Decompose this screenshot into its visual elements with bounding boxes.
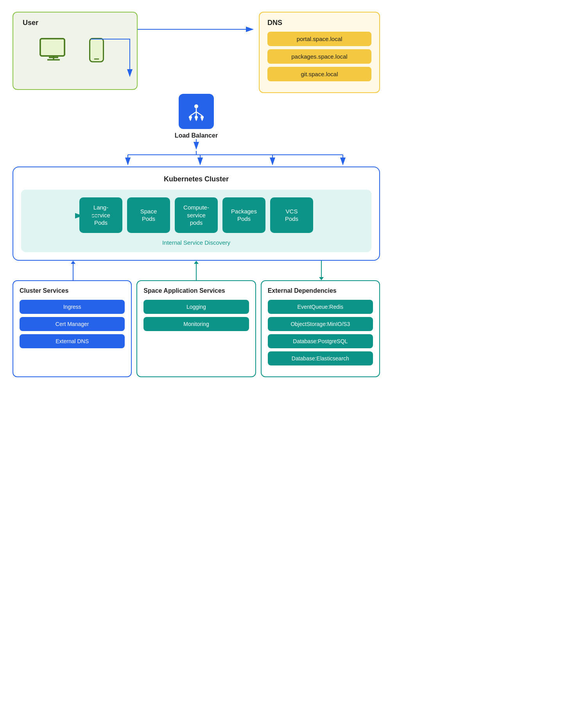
sa-logging: Logging xyxy=(143,300,249,314)
bottom-row: Cluster Services Ingress Cert Manager Ex… xyxy=(13,280,380,377)
space-app-title: Space Application Services xyxy=(143,287,249,294)
svg-marker-18 xyxy=(189,119,192,121)
svg-point-17 xyxy=(201,116,204,119)
svg-line-12 xyxy=(190,112,196,116)
svg-point-15 xyxy=(189,116,192,119)
svg-line-14 xyxy=(196,112,202,116)
dns-entry-git: git.space.local xyxy=(267,67,371,81)
k8s-section: Kubernetes Cluster Lang-servicePods Spac… xyxy=(13,151,380,280)
lb-to-k8s-arrow xyxy=(190,139,202,151)
svg-rect-5 xyxy=(90,39,104,62)
k8s-to-bottom-arrows xyxy=(13,261,380,280)
cs-cert-manager: Cert Manager xyxy=(20,317,125,331)
svg-marker-42 xyxy=(194,261,199,264)
pods-row: Lang-servicePods SpacePods Compute-servi… xyxy=(27,197,365,233)
load-balancer-box xyxy=(179,94,214,129)
k8s-title: Kubernetes Cluster xyxy=(21,175,371,183)
cluster-services-box: Cluster Services Ingress Cert Manager Ex… xyxy=(13,280,132,377)
isd-label: Internal Service Discovery xyxy=(27,239,365,246)
dns-title: DNS xyxy=(267,19,371,27)
lb-branch-arrows xyxy=(13,151,380,167)
ed-minio: ObjectStorage:MinIO/S3 xyxy=(268,317,373,331)
cluster-services-title: Cluster Services xyxy=(20,287,125,294)
svg-marker-19 xyxy=(195,119,197,121)
external-dependencies-box: External Dependencies EventQueue:Redis O… xyxy=(261,280,380,377)
sa-monitoring: Monitoring xyxy=(143,317,249,331)
phone-icon xyxy=(81,37,112,66)
monitor-icon xyxy=(38,37,69,66)
space-app-services-box: Space Application Services Logging Monit… xyxy=(136,280,256,377)
dns-box: DNS portal.space.local packages.space.lo… xyxy=(259,12,380,93)
load-balancer-label: Load Balancer xyxy=(175,132,218,139)
kubernetes-cluster: Kubernetes Cluster Lang-servicePods Spac… xyxy=(13,167,380,261)
cs-external-dns: External DNS xyxy=(20,334,125,348)
user-title: User xyxy=(23,19,127,27)
top-section: User xyxy=(13,12,380,151)
pod-vcs: VCSPods xyxy=(270,197,313,233)
svg-rect-1 xyxy=(40,39,65,56)
svg-point-10 xyxy=(194,104,198,108)
pod-compute-service: Compute-servicepods xyxy=(175,197,218,233)
svg-point-16 xyxy=(195,116,198,119)
svg-marker-44 xyxy=(319,277,324,280)
ed-redis: EventQueue:Redis xyxy=(268,300,373,314)
ed-elasticsearch: Database:Elasticsearch xyxy=(268,351,373,365)
architecture-diagram: User xyxy=(13,12,380,377)
pod-space: SpacePods xyxy=(127,197,170,233)
external-deps-title: External Dependencies xyxy=(268,287,373,294)
isd-box: Lang-servicePods SpacePods Compute-servi… xyxy=(21,190,371,252)
user-box: User xyxy=(13,12,138,90)
load-balancer-icon xyxy=(186,101,207,122)
pod-lang-service: Lang-servicePods xyxy=(79,197,122,233)
dns-entry-packages: packages.space.local xyxy=(267,49,371,64)
svg-marker-20 xyxy=(201,119,203,121)
user-icons xyxy=(23,33,127,66)
load-balancer-section: Load Balancer xyxy=(175,94,218,139)
pod-packages: PackagesPods xyxy=(222,197,265,233)
cs-ingress: Ingress xyxy=(20,300,125,314)
dns-entry-portal: portal.space.local xyxy=(267,32,371,46)
ed-postgresql: Database:PostgreSQL xyxy=(268,334,373,348)
svg-marker-40 xyxy=(71,261,75,264)
